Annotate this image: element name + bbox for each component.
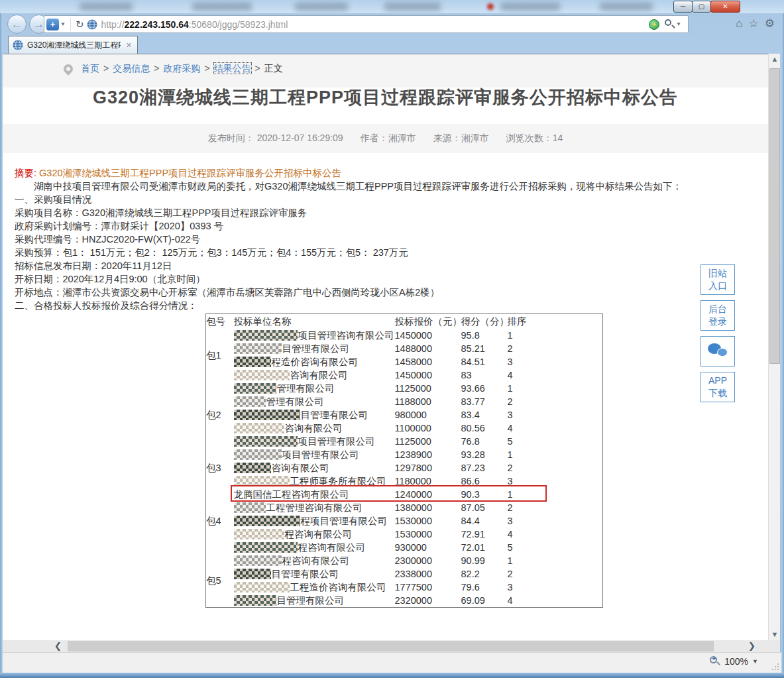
breadcrumb-link[interactable]: 结果公告: [214, 63, 251, 74]
bidder-name: 程项目管理有限公司: [234, 514, 395, 528]
zoom-control[interactable]: 100% ▼: [710, 656, 758, 667]
score: 69.09: [461, 594, 508, 608]
rank: 2: [508, 395, 603, 408]
vertical-scroll-thumb[interactable]: [769, 68, 780, 364]
browser-toolbar: ← → + ▼ ↻ http://222.243.150.64:50680/jg…: [0, 13, 784, 35]
rank: 3: [508, 514, 603, 528]
breadcrumb-link[interactable]: 交易信息: [113, 63, 150, 74]
rank: 2: [508, 567, 603, 581]
address-bar[interactable]: + ▼ ↻ http://222.243.150.64:50680/jggg/5…: [44, 15, 689, 33]
summary-text: G320湘潭绕城线三期工程PPP项目过程跟踪评审服务公开招标中标公告: [39, 168, 341, 178]
bidder-name: 目管理有限公司: [234, 594, 395, 608]
paragraph: 湖南中技项目管理有限公司受湘潭市财政局的委托，对G320湘潭绕城线三期工程PPP…: [15, 180, 756, 193]
rank: 2: [508, 461, 603, 475]
minimize-button[interactable]: ─: [673, 1, 693, 13]
bidder-name: 程咨询有限公司: [234, 554, 395, 567]
table-row: 包1项目管理咨询有限公司145000095.81: [206, 329, 603, 342]
table-row: 项目管理有限公司112500076.85: [206, 435, 603, 448]
compatibility-view-icon[interactable]: +: [46, 19, 59, 30]
paragraph: 采购代理编号：HNZJC2020-FW(XT)-022号: [15, 233, 756, 246]
summary-line: 摘要: G320湘潭绕城线三期工程PPP项目过程跟踪评审服务公开招标中标公告: [15, 166, 756, 180]
paragraph: 一、采购项目情况: [15, 193, 756, 206]
scroll-up-icon[interactable]: ▲: [769, 54, 781, 65]
table-row: 管理有限公司118800083.772: [206, 395, 603, 408]
rank: 1: [508, 329, 603, 342]
bid-price: 2338000: [395, 567, 461, 581]
bid-price: 1297800: [395, 461, 461, 475]
breadcrumb-link[interactable]: 首页: [81, 63, 99, 74]
article-meta: 发布时间： 2020-12-07 16:29:09 作者：湘潭市 来源：湘潭市 …: [3, 124, 768, 153]
score: 76.8: [461, 435, 508, 448]
score: 86.6: [461, 475, 508, 488]
tab-close-icon[interactable]: ✕: [125, 41, 133, 50]
scroll-down-icon[interactable]: ▼: [769, 629, 781, 640]
tab-bar: G320湘潭绕城线三期工程P... ✕: [3, 35, 781, 54]
app-download-button[interactable]: APP下载: [700, 372, 735, 402]
table-row: 包5程咨询有限公司230000090.991: [206, 554, 603, 567]
compat-dropdown-icon[interactable]: ▼: [60, 21, 66, 27]
back-button[interactable]: ←: [7, 15, 27, 34]
bid-price: 2320000: [395, 594, 461, 608]
favorites-star-icon[interactable]: ☆: [749, 17, 759, 31]
col-bid-price: 投标报价（元）: [395, 314, 461, 329]
scroll-left-icon[interactable]: ❮: [54, 640, 62, 652]
score: 80.56: [461, 422, 508, 435]
bidder-name: 咨询有限公司: [234, 422, 395, 435]
refresh-icon[interactable]: ↻: [76, 19, 84, 30]
score: 72.91: [461, 528, 508, 541]
censor-mosaic: [234, 330, 298, 341]
home-icon[interactable]: ⌂: [736, 17, 742, 31]
scroll-right-icon[interactable]: ❯: [748, 640, 756, 652]
table-row: 工程管理咨询有限公司138000087.052: [206, 501, 603, 514]
col-bidder-name: 投标单位名称: [234, 314, 395, 329]
resize-grip[interactable]: [771, 662, 779, 670]
package-label: 包1: [206, 329, 234, 382]
page-title: G320湘潭绕城线三期工程PPP项目过程跟踪评审服务公开招标中标公告: [28, 85, 744, 109]
table-row: 咨询有限公司129780087.232: [206, 461, 603, 475]
url-text[interactable]: http://222.243.150.64:50680/jggg/58923.j…: [101, 19, 288, 30]
vertical-scrollbar[interactable]: ▲ ▼: [768, 54, 780, 640]
bidder-name: 管理有限公司: [234, 395, 395, 408]
horizontal-scrollbar[interactable]: ❮ ❯: [3, 640, 780, 652]
bidder-name: 工程管理咨询有限公司: [234, 501, 395, 514]
rank: 3: [508, 355, 603, 368]
admin-login-button[interactable]: 后台登录: [700, 300, 735, 331]
package-label: 包3: [206, 448, 234, 488]
bidder-name: 目管理有限公司: [234, 408, 395, 422]
paragraph: 招标信息发布日期：2020年11月12日: [15, 259, 756, 272]
tab-current-page[interactable]: G320湘潭绕城线三期工程P... ✕: [8, 36, 138, 54]
bidder-name: 咨询有限公司: [234, 461, 395, 475]
score: 83: [461, 368, 508, 382]
search-dropdown-icon[interactable]: ▼: [676, 21, 681, 27]
status-bar: 100% ▼: [3, 652, 781, 673]
censor-mosaic: [234, 343, 282, 354]
bid-price: 980000: [395, 408, 461, 422]
rank: 3: [508, 475, 603, 488]
bidder-name: 工程造价咨询有限公司: [234, 581, 395, 594]
table-row: 目管理有限公司98000083.43: [206, 408, 603, 422]
breadcrumb: 首页>交易信息>政府采购>结果公告>正文: [64, 63, 283, 75]
article-body: 摘要: G320湘潭绕城线三期工程PPP项目过程跟踪评审服务公开招标中标公告 湖…: [3, 153, 768, 608]
zoom-dropdown-icon[interactable]: ▼: [752, 658, 758, 665]
old-site-entry-button[interactable]: 旧站入口: [700, 264, 735, 295]
bidder-name: 程咨询有限公司: [234, 541, 395, 554]
censor-mosaic: [234, 529, 284, 539]
search-icon[interactable]: [665, 19, 675, 29]
extension-icon[interactable]: [649, 19, 659, 30]
settings-gear-icon[interactable]: ⚙: [765, 17, 775, 31]
censor-mosaic: [234, 410, 300, 420]
score: 87.05: [461, 501, 508, 514]
maximize-button[interactable]: ▢: [692, 1, 711, 13]
publish-time: 发布时间： 2020-12-07 16:29:09: [208, 133, 343, 144]
score: 87.23: [461, 461, 508, 475]
wechat-share-button[interactable]: [700, 336, 735, 367]
horizontal-scroll-thumb[interactable]: [68, 641, 714, 651]
close-button[interactable]: ✕: [710, 1, 740, 13]
window-controls: ─ ▢ ✕: [674, 1, 740, 13]
table-row: 咨询有限公司1450000834: [206, 368, 603, 382]
censor-mosaic: [234, 555, 282, 566]
source: 来源：湘潭市: [433, 133, 489, 144]
paragraph: 政府采购计划编号：潭市财采计【2020】0393 号: [15, 219, 756, 233]
breadcrumb-link[interactable]: 政府采购: [163, 63, 200, 74]
bid-price: 1238900: [395, 448, 461, 461]
